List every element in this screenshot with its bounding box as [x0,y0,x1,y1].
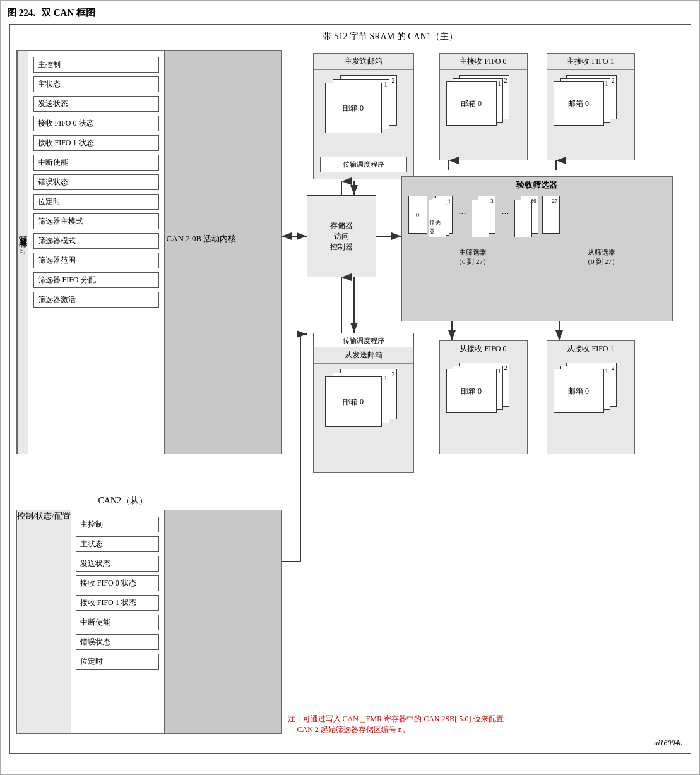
filter-dots-1: ··· [455,196,470,220]
main-rx1-area: 主接收 FIFO 1 2 1 邮箱 0 [547,53,635,160]
filter-stack-3: 3 [472,196,497,240]
main-rx1-card0: 邮箱 0 [554,81,604,126]
slave-tx-mailbox0: 邮箱 0 [343,397,364,407]
slave-rx1-num2: 2 [612,364,615,371]
can1-reg-item: 错误状态 [33,174,159,190]
main-tx-mailbox0: 邮箱 0 [343,103,364,114]
can1-reg-list: 主控制主状态发送状态接收 FIFO 0 状态接收 FIFO 1 状态中断使能错误… [28,51,164,454]
can1-reg-item: 中断使能 [33,155,159,171]
main-tx-num2: 2 [392,77,395,84]
slave-rx0-num2: 2 [504,364,507,371]
slave-rx0-card0: 邮箱 0 [446,369,497,413]
can1-reg-item: 发送状态 [33,96,159,112]
figure-id: ai16094b [654,738,682,748]
can1-reg-item: 筛选器 FIFO 分配 [33,272,159,288]
filter-bank-0: 0 [408,196,427,234]
figure-number: 图 224. [7,7,35,19]
can1-reg-item: 主控制 [33,57,159,73]
master-filter-label: 主筛选器 （0 到 27） [455,248,490,267]
diagram: 带 512 字节 SRAM 的 CAN1（主） 控制/状态/配置 主控制主状态发… [9,24,691,754]
filter-area-label: 验收筛选器 [402,177,672,193]
main-tx-num1: 1 [384,81,388,88]
can2-label: CAN2（从） [98,495,148,507]
page: 图 224. 双 CAN 框图 带 512 字节 SRAM 的 CAN1（主） … [0,0,700,775]
slave-filter-label: 从筛选器 （0 到 27） [584,248,619,267]
slave-rx1-stack: 2 1 邮箱 0 [552,363,629,419]
filter-banks-container: 0 2 1 筛选器 [402,193,672,243]
mem-ctrl-box: 存储器访问控制器 [307,195,376,277]
filter-num0: 0 [416,212,419,219]
can1-gray-area [165,50,282,454]
main-rx0-num2: 2 [504,77,507,84]
can2-reg-item: 位定时 [76,654,159,670]
filter-num3: 3 [490,198,494,204]
main-rx0-label: 主接收 FIFO 0 [440,54,527,70]
filter-card-27: 27 [542,196,560,234]
slave-tx-num2: 2 [392,371,395,378]
filter-bank-12-group: 2 1 筛选器 [429,196,454,240]
can1-label: 带 512 字节 SRAM 的 CAN1（主） [323,31,458,42]
filter-stack-1: 2 1 筛选器 [429,196,454,240]
slave-rx1-num1: 1 [605,368,608,375]
slave-tx-area: 从发送邮箱 2 1 邮箱 0 [313,347,414,473]
can2-gray-area [165,510,282,734]
can1-reg-item: 接收 FIFO 0 状态 [33,116,159,131]
filter-card-3a [472,200,489,237]
filter-num0-b: 筛选器 [429,219,446,236]
main-tx-scheduler: 传输调度程序 [320,157,407,172]
filter-num27: 27 [552,198,558,204]
can1-core-label: CAN 2.0B 活动内核 [167,233,237,244]
can2-reg-item: 错误状态 [76,634,159,650]
filter-stack-26: 26 [514,196,540,240]
main-rx0-num1: 1 [498,80,501,87]
main-tx-mailbox-stack: 2 1 邮箱 0 [321,75,406,145]
filter-bank-0-group: 0 [408,196,427,234]
can2-reg-list: 主控制主状态发送状态接收 FIFO 0 状态接收 FIFO 1 状态中断使能错误… [71,510,164,733]
slave-rx0-area: 从接收 FIFO 0 2 1 邮箱 0 [439,340,528,454]
filter-card-26a [514,200,532,237]
main-tx-label: 主发送邮箱 [314,54,413,70]
reg-panel-can2: 控制/状态/配置 主控制主状态发送状态接收 FIFO 0 状态接收 FIFO 1… [16,510,165,734]
main-rx0-stack: 2 1 邮箱 0 [445,75,522,132]
slave-rx1-area: 从接收 FIFO 1 2 1 邮箱 0 [547,340,635,454]
can2-reg-item: 接收 FIFO 0 状态 [76,575,159,591]
filter-area: 验收筛选器 0 2 1 [401,176,673,321]
filter-bank-27: 27 [541,196,561,240]
figure-label: 双 CAN 框图 [42,7,95,19]
can1-vertical-label: 控制/状态/配置 [17,51,28,454]
can1-reg-item: 位定时 [33,194,159,210]
can1-reg-item: 筛选器模式 [33,233,159,249]
can2-reg-item: 中断使能 [76,615,159,630]
main-rx1-num1: 1 [605,80,608,87]
main-rx1-stack: 2 1 邮箱 0 [552,75,629,132]
can2-reg-item: 主控制 [76,517,159,532]
slave-rx1-mailbox0: 邮箱 0 [568,386,589,397]
can1-reg-item: 接收 FIFO 1 状态 [33,135,159,151]
filter-card-0: 筛选器 [429,200,446,237]
main-tx-area: 主发送邮箱 2 1 邮箱 0 传输调度程序 [313,53,414,179]
slave-rx0-mailbox0: 邮箱 0 [461,386,482,397]
slave-rx0-label: 从接收 FIFO 0 [440,341,527,357]
filter-group-labels: 主筛选器 （0 到 27） 从筛选器 （0 到 27） [402,248,672,267]
slave-rx0-stack: 2 1 邮箱 0 [445,363,522,419]
main-rx1-mailbox0: 邮箱 0 [568,99,589,109]
can1-reg-item: 主状态 [33,76,159,92]
slave-tx-num1: 1 [384,375,388,381]
mem-ctrl-label: 存储器访问控制器 [330,220,353,253]
can2-vertical-label: 控制/状态/配置 [17,510,71,733]
slave-rx0-num1: 1 [498,368,501,375]
note-text: 注：可通过写入 CAN＿FMR 寄存器中的 CAN 2SB[ 5:0] 位来配置… [288,714,504,735]
slave-tx-card0: 邮箱 0 [325,376,382,427]
main-rx0-area: 主接收 FIFO 0 2 1 邮箱 0 [439,53,528,160]
can2-reg-item: 主状态 [76,536,159,552]
can1-reg-item: 筛选器范围 [33,253,159,268]
reg-panel-can1: 控制/状态/配置 主控制主状态发送状态接收 FIFO 0 状态接收 FIFO 1… [16,50,165,454]
slave-tx-mailbox-stack: 2 1 邮箱 0 [321,369,406,438]
main-rx0-card0: 邮箱 0 [446,81,497,126]
main-rx1-label: 主接收 FIFO 1 [547,54,634,70]
slave-rx1-label: 从接收 FIFO 1 [547,341,634,357]
can1-reg-item: 筛选器主模式 [33,213,159,229]
filter-dots-2: ··· [498,196,513,220]
main-rx0-mailbox0: 邮箱 0 [461,99,482,109]
figure-title: 图 224. 双 CAN 框图 [7,7,693,19]
